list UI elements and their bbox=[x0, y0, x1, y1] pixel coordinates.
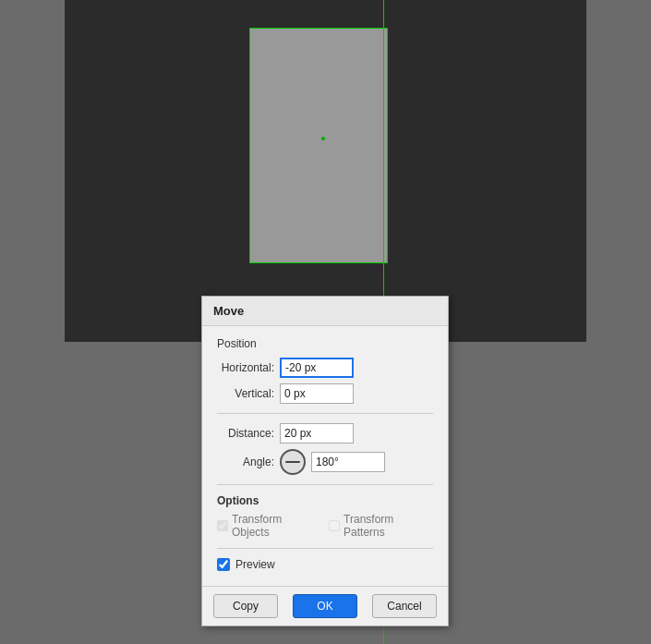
distance-row: Distance: bbox=[217, 423, 433, 444]
shape-rect bbox=[249, 28, 388, 263]
divider-2 bbox=[217, 484, 433, 485]
transform-patterns-checkbox[interactable] bbox=[329, 520, 340, 531]
transform-patterns-option[interactable]: Transform Patterns bbox=[329, 513, 433, 539]
angle-input[interactable] bbox=[311, 452, 385, 472]
dialog-body: Position Horizontal: Vertical: Distance:… bbox=[202, 326, 448, 586]
vertical-row: Vertical: bbox=[217, 383, 433, 404]
shape-center-dot bbox=[321, 137, 325, 140]
transform-objects-checkbox[interactable] bbox=[217, 520, 228, 531]
dialog-title: Move bbox=[202, 297, 448, 326]
preview-label: Preview bbox=[235, 558, 275, 571]
options-checkboxes: Transform Objects Transform Patterns bbox=[217, 513, 433, 539]
canvas-area bbox=[65, 0, 586, 342]
ok-button[interactable]: OK bbox=[293, 594, 357, 618]
copy-button[interactable]: Copy bbox=[213, 594, 278, 618]
horizontal-label: Horizontal: bbox=[217, 361, 280, 374]
cancel-button[interactable]: Cancel bbox=[372, 594, 437, 618]
position-section-label: Position bbox=[217, 337, 433, 350]
distance-label: Distance: bbox=[217, 427, 280, 440]
divider-1 bbox=[217, 413, 433, 414]
angle-row: Angle: bbox=[217, 449, 433, 475]
dialog-footer: Copy OK Cancel bbox=[202, 586, 448, 626]
horizontal-row: Horizontal: bbox=[217, 358, 433, 378]
angle-dial[interactable] bbox=[280, 449, 306, 475]
options-section: Options Transform Objects Transform Patt… bbox=[217, 494, 433, 539]
transform-objects-label: Transform Objects bbox=[232, 513, 318, 539]
horizontal-input[interactable] bbox=[280, 358, 354, 378]
move-dialog: Move Position Horizontal: Vertical: Dist… bbox=[201, 296, 449, 626]
shape-container bbox=[249, 28, 392, 273]
options-label: Options bbox=[217, 494, 433, 507]
transform-patterns-label: Transform Patterns bbox=[344, 513, 433, 539]
angle-label: Angle: bbox=[217, 456, 280, 468]
vertical-label: Vertical: bbox=[217, 387, 280, 400]
preview-checkbox[interactable] bbox=[217, 558, 230, 571]
distance-input[interactable] bbox=[280, 423, 354, 444]
divider-3 bbox=[217, 548, 433, 549]
transform-objects-option[interactable]: Transform Objects bbox=[217, 513, 318, 539]
preview-row: Preview bbox=[217, 558, 433, 571]
vertical-input[interactable] bbox=[280, 383, 354, 404]
